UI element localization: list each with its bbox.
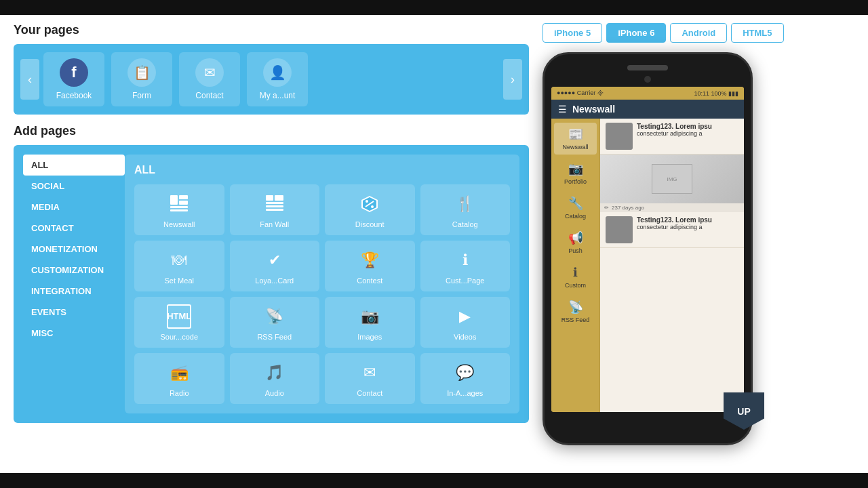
phone-screen: ●●●●● Carrier 令 10:11 100% ▮▮▮ ☰ Newswal… xyxy=(551,87,744,412)
audio-icon: 🎵 xyxy=(262,361,287,385)
app-sourcecode[interactable]: HTML Sour...code xyxy=(134,297,224,348)
content-img-block: IMG ✏ 237 days ago xyxy=(600,155,744,212)
app-images[interactable]: 📷 Images xyxy=(325,297,415,348)
your-pages-title: Your pages xyxy=(14,23,529,37)
prev-arrow[interactable]: ‹ xyxy=(20,59,39,100)
sidebar-custom-icon: ℹ xyxy=(573,265,578,280)
sidebar-custom[interactable]: ℹ Custom xyxy=(554,261,597,293)
category-integration[interactable]: INTEGRATION xyxy=(23,281,125,302)
contest-icon: 🏆 xyxy=(357,248,382,272)
contact-icon: ✉ xyxy=(195,58,224,87)
svg-point-10 xyxy=(366,200,368,203)
svg-rect-2 xyxy=(179,201,188,205)
apps-grid-title: ALL xyxy=(134,164,510,176)
content-title-1: Testing123. Lorem ipsu xyxy=(637,123,712,130)
phone-header: ☰ Newswall xyxy=(551,100,744,119)
add-pages-container: ALL SOCIAL MEDIA CONTACT MONETIZATION CU… xyxy=(14,145,529,423)
phone-content: Testing123. Lorem ipsu consectetur adipi… xyxy=(600,119,744,412)
status-right: 10:11 100% ▮▮▮ xyxy=(694,90,738,97)
tab-iphone5[interactable]: iPhone 5 xyxy=(542,23,602,43)
sidebar-push[interactable]: 📢 Push xyxy=(554,226,597,258)
fanwall-icon xyxy=(262,192,287,216)
phone-camera xyxy=(644,76,651,83)
radio-icon: 📻 xyxy=(167,361,191,385)
black-bar-top xyxy=(0,0,868,15)
app-contact2[interactable]: ✉ Contact xyxy=(325,353,415,404)
page-item-contact[interactable]: ✉ Contact xyxy=(179,52,240,106)
page-item-myaccount[interactable]: 👤 My a...unt xyxy=(247,52,308,106)
sidebar-newswall[interactable]: 📰 Newswall xyxy=(554,123,597,155)
sidebar-catalog[interactable]: 🔧 Catalog xyxy=(554,192,597,224)
tab-iphone6[interactable]: iPhone 6 xyxy=(606,23,666,43)
right-panel: iPhone 5 iPhone 6 Android HTML5 ●●●●● Ca… xyxy=(542,23,854,445)
app-newswall[interactable]: Newswall xyxy=(134,184,224,235)
timestamp-bar: ✏ 237 days ago xyxy=(600,203,744,212)
inapp-icon: 💬 xyxy=(453,361,477,385)
app-custompage[interactable]: ℹ Cust...Page xyxy=(420,241,511,291)
app-inapp[interactable]: 💬 In-A...ages xyxy=(420,353,511,404)
category-contact[interactable]: CONTACT xyxy=(23,218,125,239)
app-fanwall[interactable]: Fan Wall xyxy=(230,184,320,235)
facebook-icon: f xyxy=(60,58,88,87)
app-contest[interactable]: 🏆 Contest xyxy=(325,241,415,291)
newswall-icon xyxy=(167,192,191,216)
category-events[interactable]: EVENTS xyxy=(23,302,125,323)
form-icon: 📋 xyxy=(127,58,156,87)
black-bar-bottom xyxy=(0,473,868,488)
device-tabs: iPhone 5 iPhone 6 Android HTML5 xyxy=(542,23,854,43)
videos-icon: ▶ xyxy=(453,304,477,329)
app-audio[interactable]: 🎵 Audio xyxy=(230,353,320,404)
add-pages-title: Add pages xyxy=(14,124,529,138)
category-media[interactable]: MEDIA xyxy=(23,197,125,218)
category-social[interactable]: SOCIAL xyxy=(23,176,125,197)
sidebar-newswall-icon: 📰 xyxy=(568,127,583,142)
sidebar-rssfeed[interactable]: 📡 RSS Feed xyxy=(554,296,597,327)
sourcecode-icon: HTML xyxy=(167,304,191,329)
content-subtitle-3: consectetur adipiscing a xyxy=(637,224,712,230)
sidebar-catalog-icon: 🔧 xyxy=(568,196,583,211)
catalog-icon: 🍴 xyxy=(453,192,477,216)
apps-grid-container: ALL Newswall xyxy=(125,155,519,413)
category-list: ALL SOCIAL MEDIA CONTACT MONETIZATION CU… xyxy=(23,155,125,413)
content-text-1: Testing123. Lorem ipsu consectetur adipi… xyxy=(637,123,712,150)
phone-mockup: ●●●●● Carrier 令 10:11 100% ▮▮▮ ☰ Newswal… xyxy=(542,52,753,445)
sidebar-portfolio[interactable]: 📷 Portfolio xyxy=(554,157,597,189)
category-monetization[interactable]: MONETIZATION xyxy=(23,239,125,260)
svg-rect-1 xyxy=(179,195,188,199)
menu-icon[interactable]: ☰ xyxy=(558,104,567,115)
content-thumb-1 xyxy=(606,123,633,150)
tab-android[interactable]: Android xyxy=(670,23,727,43)
content-item-3: Testing123. Lorem ipsu consectetur adipi… xyxy=(600,212,744,248)
svg-rect-9 xyxy=(266,209,283,211)
sidebar-portfolio-icon: 📷 xyxy=(568,161,583,176)
app-rssfeed[interactable]: 📡 RSS Feed xyxy=(230,297,320,348)
app-setmeal[interactable]: 🍽 Set Meal xyxy=(134,241,224,291)
phone-sidebar: 📰 Newswall 📷 Portfolio 🔧 Catalog xyxy=(551,119,600,412)
app-catalog[interactable]: 🍴 Catalog xyxy=(420,184,511,235)
page-item-facebook[interactable]: f Facebook xyxy=(43,52,104,106)
app-radio[interactable]: 📻 Radio xyxy=(134,353,224,404)
content-thumb-3 xyxy=(606,216,633,243)
setmeal-icon: 🍽 xyxy=(167,248,191,272)
phone-status-bar: ●●●●● Carrier 令 10:11 100% ▮▮▮ xyxy=(551,87,744,100)
svg-rect-6 xyxy=(275,195,283,201)
category-misc[interactable]: MISC xyxy=(23,323,125,344)
category-all[interactable]: ALL xyxy=(23,155,125,176)
category-customization[interactable]: CUSTOMIZATION xyxy=(23,260,125,281)
tab-html5[interactable]: HTML5 xyxy=(731,23,783,43)
svg-rect-3 xyxy=(170,206,188,208)
up-badge[interactable]: UP xyxy=(724,392,764,430)
app-loyaltycard[interactable]: ✔ Loya...Card xyxy=(230,241,320,291)
next-arrow[interactable]: › xyxy=(503,59,522,100)
page-item-form[interactable]: 📋 Form xyxy=(111,52,172,106)
custompage-icon: ℹ xyxy=(453,248,477,272)
app-videos[interactable]: ▶ Videos xyxy=(420,297,511,348)
up-label: UP xyxy=(737,406,750,417)
phone-body: 📰 Newswall 📷 Portfolio 🔧 Catalog xyxy=(551,119,744,412)
content-subtitle-1: consectetur adipiscing a xyxy=(637,130,712,137)
phone-header-title: Newswall xyxy=(572,104,615,115)
app-discount[interactable]: Discount xyxy=(325,184,415,235)
left-panel: Your pages ‹ f Facebook 📋 Form ✉ Contact xyxy=(14,23,529,445)
svg-point-12 xyxy=(371,205,374,208)
content-title-3: Testing123. Lorem ipsu xyxy=(637,216,712,224)
